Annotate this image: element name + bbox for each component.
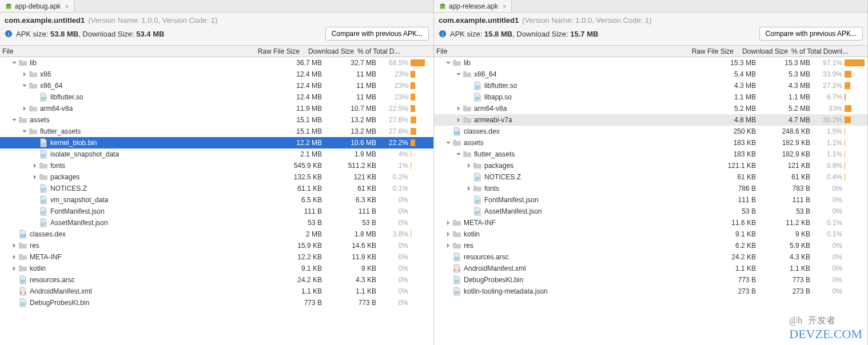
tree-row[interactable]: resources.arsc 24.2 KB 4.3 KB 0%: [434, 251, 867, 263]
file-name: assets: [30, 116, 50, 124]
tree-row[interactable]: AndroidManifest.xml 1.1 KB 1.1 KB 0%: [434, 263, 867, 274]
tree-row[interactable]: fonts 545.9 KB 511.2 KB 1%: [0, 160, 433, 171]
caret-down-icon[interactable]: [455, 70, 463, 78]
percent-bar: [845, 82, 867, 89]
tree-row[interactable]: fonts 786 B 783 B 0%: [434, 183, 867, 194]
download-size: 1.1 KB: [328, 287, 382, 295]
tree-row[interactable]: packages 121.1 KB 121 KB 0.8%: [434, 160, 867, 171]
tree-row[interactable]: 01 classes.dex 250 KB 248.6 KB 1.5%: [434, 126, 867, 137]
caret-right-icon[interactable]: [444, 219, 452, 227]
percent-bar: [411, 59, 433, 66]
tree-row[interactable]: libflutter.so 12.4 MB 11 MB 23%: [0, 91, 433, 103]
header-percent[interactable]: % of Total Downl...: [790, 46, 867, 57]
tree-row[interactable]: kotlin-tooling-metadata.json 273 B 273 B…: [434, 286, 867, 297]
caret-right-icon[interactable]: [21, 105, 29, 113]
tree-row[interactable]: x86_64 12.4 MB 11 MB 23%: [0, 80, 433, 91]
tree-row[interactable]: lib 36.7 MB 32.7 MB 68.5%: [0, 57, 433, 69]
tree-row[interactable]: x86_64 5.4 MB 5.3 MB 33.9%: [434, 69, 867, 80]
tree-row[interactable]: AssetManifest.json 53 B 53 B 0%: [434, 206, 867, 217]
tree-row[interactable]: resources.arsc 24.2 KB 4.3 KB 0%: [0, 274, 433, 286]
tree-row[interactable]: META-INF 12.2 KB 11.9 KB 0%: [0, 251, 433, 263]
caret-right-icon[interactable]: [10, 264, 18, 272]
tree-row[interactable]: FontManifest.json 111 B 111 B 0%: [0, 206, 433, 217]
caret-right-icon[interactable]: [10, 242, 18, 250]
raw-size: 15.3 MB: [707, 59, 762, 67]
header-download[interactable]: Download Size: [302, 46, 356, 57]
tree-row[interactable]: NOTICES.Z 61 KB 61 KB 0.4%: [434, 171, 867, 183]
tree-row[interactable]: arm64-v8a 5.2 MB 5.2 MB 33%: [434, 103, 867, 114]
compare-button[interactable]: Compare with previous APK...: [325, 27, 429, 41]
tree-row[interactable]: FontManifest.json 111 B 111 B 0%: [434, 194, 867, 206]
tab-apk[interactable]: app-release.apk ×: [434, 0, 512, 12]
tree-row[interactable]: lib 15.3 MB 15.3 MB 97.1%: [434, 57, 867, 69]
raw-size: 53 B: [273, 219, 328, 227]
percent: 22.2%: [389, 139, 408, 147]
caret-down-icon[interactable]: [21, 127, 29, 135]
caret-right-icon[interactable]: [21, 70, 29, 78]
header-file[interactable]: File: [434, 46, 682, 57]
tree-row[interactable]: packages 132.5 KB 121 KB 0.2%: [0, 171, 433, 183]
percent-bar: [411, 128, 433, 135]
header-raw[interactable]: Raw File Size: [248, 46, 302, 57]
caret-down-icon[interactable]: [455, 150, 463, 158]
caret-down-icon[interactable]: [444, 139, 452, 147]
caret-down-icon[interactable]: [10, 116, 18, 124]
tree-row[interactable]: vm_snapshot_data 6.5 KB 6.3 KB 0%: [0, 194, 433, 206]
tree-row[interactable]: kotlin 9.1 KB 9 KB 0.1%: [434, 228, 867, 240]
tree-row[interactable]: DebugProbesKt.bin 773 B 773 B 0%: [0, 297, 433, 308]
tree-row[interactable]: libapp.so 1.1 MB 1.1 MB 6.7%: [434, 91, 867, 103]
tree-row[interactable]: assets 15.1 MB 13.2 MB 27.6%: [0, 114, 433, 126]
caret-right-icon[interactable]: [10, 253, 18, 261]
caret-right-icon[interactable]: [444, 230, 452, 238]
caret-right-icon[interactable]: [465, 184, 473, 192]
tree-row[interactable]: x86 12.4 MB 11 MB 23%: [0, 69, 433, 80]
tree-row[interactable]: AssetManifest.json 53 B 53 B 0%: [0, 217, 433, 228]
tree-row[interactable]: libflutter.so 4.3 MB 4.3 MB 27.2%: [434, 80, 867, 91]
tree-row[interactable]: flutter_assets 15.1 MB 13.2 MB 27.6%: [0, 126, 433, 137]
percent-bar: [411, 185, 433, 192]
right-pane: app-release.apk × com.example.untitled1 …: [434, 0, 868, 345]
download-size: 248.6 KB: [762, 127, 816, 135]
file-name: classes.dex: [30, 230, 66, 238]
caret-down-icon[interactable]: [10, 59, 18, 67]
file-name: kotlin-tooling-metadata.json: [464, 287, 548, 295]
tree-row[interactable]: NOTICES.Z 61.1 KB 61 KB 0.1%: [0, 183, 433, 194]
percent-bar: [845, 174, 867, 180]
caret-down-icon[interactable]: [444, 59, 452, 67]
tree-row[interactable]: res 15.9 KB 14.6 KB 0%: [0, 240, 433, 251]
tree-row[interactable]: AndroidManifest.xml 1.1 KB 1.1 KB 0%: [0, 286, 433, 297]
tree-row[interactable]: armeabi-v7a 4.8 MB 4.7 MB 30.2%: [434, 114, 867, 126]
tree-row[interactable]: META-INF 11.6 KB 11.2 KB 0.1%: [434, 217, 867, 228]
tree-row[interactable]: DebugProbesKt.bin 773 B 773 B 0%: [434, 274, 867, 286]
caret-right-icon[interactable]: [444, 242, 452, 250]
download-size: 53 B: [328, 219, 382, 227]
caret-right-icon[interactable]: [31, 162, 39, 170]
header-percent[interactable]: % of Total D...: [356, 46, 433, 57]
file-tree[interactable]: lib 15.3 MB 15.3 MB 97.1% x86_64 5.4 MB …: [434, 57, 867, 345]
tree-row[interactable]: isolate_snapshot_data 2.1 MB 1.9 MB 4%: [0, 149, 433, 160]
tree-row[interactable]: res 6.2 KB 5.9 KB 0%: [434, 240, 867, 251]
caret-right-icon[interactable]: [31, 173, 39, 181]
caret-right-icon[interactable]: [455, 105, 463, 113]
tree-row[interactable]: assets 183 KB 182.9 KB 1.1%: [434, 137, 867, 149]
file-tree[interactable]: lib 36.7 MB 32.7 MB 68.5% x86 12.4 MB 11…: [0, 57, 433, 345]
tree-row[interactable]: 01 classes.dex 2 MB 1.8 MB 3.8%: [0, 228, 433, 240]
caret-down-icon[interactable]: [21, 82, 29, 90]
file-icon: [39, 207, 48, 216]
compare-button[interactable]: Compare with previous APK...: [759, 27, 863, 41]
tab-apk[interactable]: app-debug.apk ×: [0, 0, 74, 12]
file-name: flutter_assets: [40, 127, 81, 135]
download-size: 1.1 MB: [762, 93, 816, 101]
percent-bar: [845, 162, 867, 169]
header-raw[interactable]: Raw File Size: [682, 46, 736, 57]
tree-row[interactable]: kotlin 9.1 KB 9 KB 0%: [0, 263, 433, 274]
caret-right-icon[interactable]: [455, 116, 463, 124]
header-file[interactable]: File: [0, 46, 248, 57]
tree-row[interactable]: arm64-v8a 11.9 MB 10.7 MB 22.5%: [0, 103, 433, 114]
tree-row[interactable]: kernel_blob.bin 12.2 MB 10.6 MB 22.2%: [0, 137, 433, 149]
close-icon[interactable]: ×: [503, 3, 506, 10]
caret-right-icon[interactable]: [465, 162, 473, 170]
header-download[interactable]: Download Size: [736, 46, 790, 57]
tree-row[interactable]: flutter_assets 183 KB 182.9 KB 1.1%: [434, 149, 867, 160]
close-icon[interactable]: ×: [65, 3, 69, 10]
